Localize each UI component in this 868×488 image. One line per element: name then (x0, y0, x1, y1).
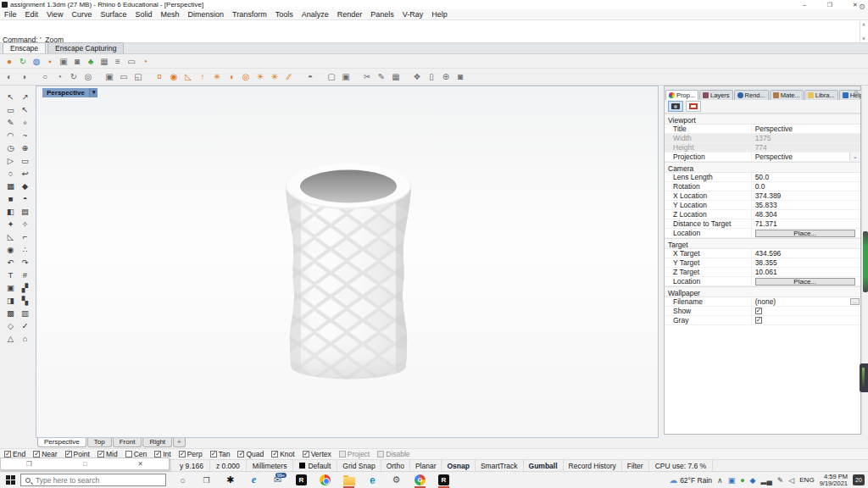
tool-icon[interactable]: ✎ (3, 116, 18, 129)
menu-item[interactable]: Analyze (298, 10, 333, 19)
task-view-icon[interactable]: ❐ (200, 473, 213, 487)
vray-tool-icon[interactable]: ◓ (304, 71, 316, 83)
osnap-toggle[interactable]: Disable (377, 450, 409, 458)
osnap-toggle[interactable]: Vertex (303, 450, 331, 458)
status-toggle[interactable]: Gumball (524, 460, 564, 471)
vray-tool-icon[interactable]: ❖ (411, 71, 423, 83)
osnap-toggle[interactable]: Quad (237, 450, 264, 458)
panel-gear-icon[interactable]: ⚙ (854, 90, 859, 97)
pinwheel-app-icon[interactable]: ✱ (224, 473, 236, 487)
tool-icon[interactable]: ◇ (3, 319, 18, 332)
enscape-tool-icon[interactable]: ▦ (98, 55, 110, 67)
tool-icon[interactable]: ▚ (18, 294, 32, 307)
menu-item[interactable]: Dimension (183, 10, 228, 19)
vray-tool-icon[interactable]: ✳ (269, 71, 281, 83)
vray-tool-icon[interactable]: ◎ (82, 71, 94, 83)
vray-tool-icon[interactable]: ◱ (132, 71, 144, 83)
status-toggle[interactable]: Planar (410, 460, 442, 471)
language-indicator[interactable]: ENG (799, 476, 814, 484)
tool-icon[interactable]: ▥ (18, 307, 32, 319)
osnap-toggle[interactable]: Perp (179, 450, 203, 458)
vray-tool-icon[interactable]: ◔ (53, 71, 65, 83)
viewport-tab[interactable]: Perspective (37, 438, 86, 447)
tool-icon[interactable]: ∴ (18, 243, 32, 256)
menu-item[interactable]: Curve (67, 10, 96, 19)
enscape-tool-icon[interactable]: ↻ (17, 55, 29, 67)
scrollbar-thumb[interactable] (863, 231, 868, 292)
menu-item[interactable]: Mesh (156, 10, 183, 19)
vray-tool-icon[interactable]: ◐ (3, 71, 15, 83)
vray-tool-icon[interactable]: ◎ (240, 71, 252, 83)
vray-tool-icon[interactable]: ◖ (225, 71, 237, 83)
tool-icon[interactable]: ▦ (3, 180, 18, 192)
tool-icon[interactable]: ◨ (3, 294, 18, 307)
vray-tool-icon[interactable]: ▭ (118, 71, 130, 83)
tool-icon[interactable]: ▣ (3, 281, 18, 294)
menu-item[interactable]: Render (333, 10, 367, 19)
viewport-menu-arrow-icon[interactable]: ▾ (89, 88, 98, 97)
enscape-tool-icon[interactable]: ◔ (139, 55, 151, 67)
place-button[interactable]: Place... (755, 278, 855, 286)
viewport-tab[interactable]: Right (142, 438, 172, 447)
vray-tool-icon[interactable]: ▣ (340, 71, 352, 83)
tool-icon[interactable]: ↖ (3, 91, 18, 103)
vray-tool-icon[interactable]: ◑ (18, 71, 30, 83)
internet-explorer-icon[interactable]: e (248, 473, 260, 487)
tool-icon[interactable]: T (3, 269, 18, 281)
vase-3d-model[interactable] (282, 154, 418, 400)
tool-icon[interactable]: ⊕ (18, 141, 32, 154)
vray-tool-icon[interactable]: ∕∕ (283, 71, 295, 83)
settings-gear-icon[interactable]: ⚙ (390, 473, 403, 487)
menu-item[interactable]: Edit (21, 10, 43, 19)
vray-tool-icon[interactable]: ◙ (454, 71, 466, 83)
vray-tool-icon[interactable]: ⊕ (440, 71, 452, 83)
tool-icon[interactable]: ▞ (18, 281, 32, 294)
menu-item[interactable]: Help (427, 10, 452, 19)
vray-tool-icon[interactable]: ✳ (211, 71, 223, 83)
vray-tool-icon[interactable]: ▢ (326, 71, 337, 83)
tool-icon[interactable]: △ (3, 332, 18, 345)
minimize-button[interactable]: – (792, 0, 817, 9)
status-toggle[interactable]: Grid Snap (337, 460, 381, 471)
tool-icon[interactable]: ⌂ (18, 332, 32, 345)
toolbar-options-gear-icon[interactable]: ⚙ (859, 3, 865, 11)
tool-icon[interactable]: ◧ (3, 205, 18, 218)
google-app-icon[interactable]: G (414, 473, 426, 487)
tab-libraries[interactable]: Libra... (804, 90, 838, 100)
vray-flyout-tab[interactable] (860, 363, 868, 392)
vray-tool-icon[interactable]: ✎ (376, 71, 387, 83)
viewport-tab[interactable]: Front (113, 438, 142, 447)
enscape-tool-icon[interactable]: ◍ (31, 55, 42, 67)
pen-icon[interactable]: ✎ (777, 476, 784, 485)
network-icon[interactable]: ▂▄ (761, 476, 772, 485)
update-icon[interactable]: ● (740, 476, 744, 485)
enscape-tool-icon[interactable]: ● (3, 55, 15, 67)
chevron-down-icon[interactable]: ⌄ (849, 152, 860, 161)
scroll-up-icon[interactable]: ∧ (862, 21, 865, 29)
tool-icon[interactable]: ~ (18, 129, 32, 141)
cortana-icon[interactable]: ○ (176, 473, 189, 487)
tool-icon[interactable]: ◓ (18, 192, 32, 205)
tray-app-icon[interactable]: ▣ (728, 476, 736, 485)
vray-tool-icon[interactable]: ▣ (103, 71, 115, 83)
tool-icon[interactable]: ▤ (18, 205, 32, 218)
edge-icon[interactable]: e (366, 473, 379, 487)
menu-item[interactable]: V-Ray (398, 10, 428, 19)
tool-icon[interactable]: ◆ (18, 180, 32, 192)
chrome-icon[interactable] (319, 473, 331, 487)
start-button[interactable] (0, 472, 20, 488)
mini-restore-icon[interactable]: ❐ (26, 460, 32, 468)
tool-icon[interactable]: ↖ (18, 103, 32, 116)
file-explorer-icon[interactable] (342, 473, 355, 487)
tool-icon[interactable]: ↩ (18, 167, 32, 180)
tool-icon[interactable]: ◺ (3, 230, 18, 243)
enscape-tool-icon[interactable]: ▭ (125, 55, 137, 67)
vray-tool-icon[interactable]: ☀ (254, 71, 266, 83)
mini-maximize-icon[interactable]: □ (83, 460, 87, 468)
rhino-taskbar-icon[interactable]: R (295, 473, 308, 487)
menu-item[interactable]: Solid (131, 10, 156, 19)
tool-icon[interactable]: ◉ (3, 243, 18, 256)
rhino-taskbar-icon-2[interactable]: R (437, 473, 450, 487)
toolbar-tab[interactable]: Enscape Capturing (47, 42, 124, 53)
enscape-tool-icon[interactable]: ▣ (58, 55, 70, 67)
